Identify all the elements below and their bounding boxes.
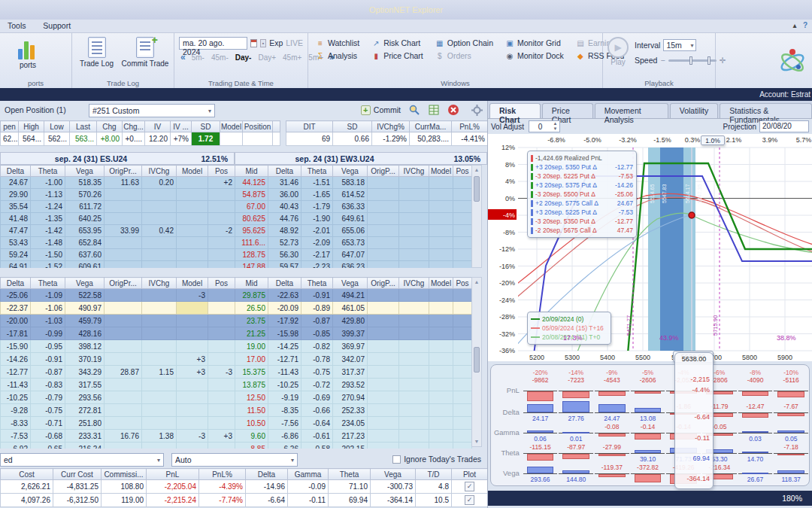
cell[interactable]: 9.60	[235, 430, 268, 443]
table-row[interactable]: 10.50-7.56-0.64234.05	[235, 417, 472, 430]
cell[interactable]: 614.52	[333, 189, 368, 201]
cell[interactable]: 609.61	[65, 261, 105, 269]
cell[interactable]	[399, 189, 429, 201]
cell[interactable]: 637.60	[65, 249, 105, 261]
cell[interactable]	[399, 366, 429, 379]
menu-tools[interactable]: Tools	[0, 20, 34, 32]
table-row[interactable]: 95.62548.92-2.01655.06	[235, 225, 472, 237]
cell[interactable]	[429, 213, 453, 225]
column-header[interactable]: OrigPr...	[105, 278, 142, 289]
cell[interactable]	[177, 225, 208, 237]
cell[interactable]	[453, 237, 472, 249]
scrollbar[interactable]: ▲ ▼	[471, 277, 482, 447]
cell[interactable]	[368, 302, 399, 315]
cell[interactable]: -1.51	[301, 177, 333, 189]
cell[interactable]	[142, 379, 177, 391]
cell[interactable]: -0.78	[301, 353, 333, 366]
table-row[interactable]: 41.48-1.35640.25	[1, 213, 235, 225]
cell[interactable]: 26.50	[235, 302, 268, 315]
cell[interactable]	[368, 379, 399, 391]
cell[interactable]: 111.6...	[235, 237, 268, 249]
step-back-icon[interactable]: «	[180, 52, 186, 62]
stepper-arrows-icon[interactable]: ▲▼	[551, 121, 559, 132]
cell[interactable]: -25.06	[1, 289, 31, 302]
cell[interactable]	[453, 353, 472, 366]
cell[interactable]: -0.87	[301, 315, 333, 327]
cell[interactable]: 0.42	[142, 225, 177, 237]
column-header[interactable]: Pos	[208, 166, 235, 177]
cell[interactable]: 461.05	[333, 302, 368, 315]
cell[interactable]	[208, 249, 235, 261]
cell[interactable]	[105, 261, 142, 269]
cell[interactable]	[429, 289, 453, 302]
cell[interactable]	[429, 201, 453, 213]
cell[interactable]	[208, 340, 235, 353]
cell[interactable]	[177, 177, 208, 189]
cell[interactable]: -1.50	[31, 249, 65, 261]
cell[interactable]	[429, 391, 453, 404]
cell[interactable]: -0.99	[31, 327, 65, 340]
cell[interactable]	[105, 327, 142, 340]
cell[interactable]	[368, 340, 399, 353]
cell[interactable]: 342.07	[333, 353, 368, 366]
cell[interactable]: -6.86	[268, 430, 301, 443]
cell[interactable]	[453, 249, 472, 261]
column-header[interactable]: IVChg	[142, 166, 177, 177]
cell[interactable]: -0.89	[301, 302, 333, 315]
cell[interactable]: 459.79	[65, 315, 105, 327]
cell[interactable]: -7.56	[268, 417, 301, 430]
cell[interactable]: -0.95	[31, 340, 65, 353]
cell[interactable]	[142, 261, 177, 269]
cell[interactable]	[142, 327, 177, 340]
cell[interactable]	[142, 340, 177, 353]
cell[interactable]: -22.37	[1, 302, 31, 315]
speed-slider[interactable]	[668, 59, 717, 62]
column-header[interactable]: OrigPr...	[105, 166, 142, 177]
cell[interactable]: -1.24	[31, 201, 65, 213]
cell[interactable]	[429, 189, 453, 201]
cell[interactable]: 429.80	[333, 315, 368, 327]
cell[interactable]	[399, 417, 429, 430]
cell[interactable]: 44.76	[268, 213, 301, 225]
cell[interactable]	[429, 225, 453, 237]
cell[interactable]: -0.72	[301, 379, 333, 391]
column-header[interactable]: Model	[177, 278, 208, 289]
cell[interactable]: 490.97	[65, 302, 105, 315]
column-header[interactable]: Delta	[1, 166, 31, 177]
cell[interactable]	[142, 237, 177, 249]
column-header[interactable]: Chg...	[123, 121, 145, 132]
cell[interactable]: 48.92	[268, 225, 301, 237]
cell[interactable]: -9.28	[1, 404, 31, 417]
expiry-header-left[interactable]: sep. 24 (31) ES.U24 12.51%	[0, 152, 235, 165]
column-header[interactable]: Commissi...	[102, 469, 147, 480]
column-header[interactable]: Delta	[268, 166, 301, 177]
cell[interactable]: -2.01	[301, 225, 333, 237]
cell[interactable]	[399, 249, 429, 261]
cell[interactable]: 95.625	[235, 225, 268, 237]
cell[interactable]: 16.76	[105, 430, 142, 443]
cell[interactable]: 317.37	[333, 366, 368, 379]
cell[interactable]: 293.52	[333, 379, 368, 391]
column-header[interactable]: OrigP...	[368, 166, 399, 177]
cell[interactable]	[142, 289, 177, 302]
cell[interactable]	[105, 404, 142, 417]
expiry-header-right[interactable]: sep. 24 (31) EW3.U24 13.05%	[235, 152, 487, 165]
cell[interactable]	[208, 379, 235, 391]
table-row[interactable]: 64.91-1.52609.61	[1, 261, 235, 269]
cell[interactable]	[429, 315, 453, 327]
cell[interactable]	[399, 177, 429, 189]
cell[interactable]	[368, 189, 399, 201]
cell[interactable]	[208, 315, 235, 327]
cell[interactable]: -6.26	[268, 443, 301, 449]
cell[interactable]: 428.16	[65, 327, 105, 340]
table-row[interactable]: 24.67-1.00518.3511.630.20+2	[1, 177, 235, 189]
cell[interactable]: 40.43	[268, 201, 301, 213]
cell[interactable]: 494.21	[333, 289, 368, 302]
cell[interactable]: 8.85	[235, 443, 268, 449]
time-step-button[interactable]: 45m-	[211, 53, 229, 62]
cell[interactable]	[399, 443, 429, 449]
scrollbar[interactable]: ▲	[471, 165, 482, 268]
time-step-button[interactable]: Day-	[235, 53, 252, 62]
cell[interactable]	[453, 391, 472, 404]
cell[interactable]	[177, 379, 208, 391]
